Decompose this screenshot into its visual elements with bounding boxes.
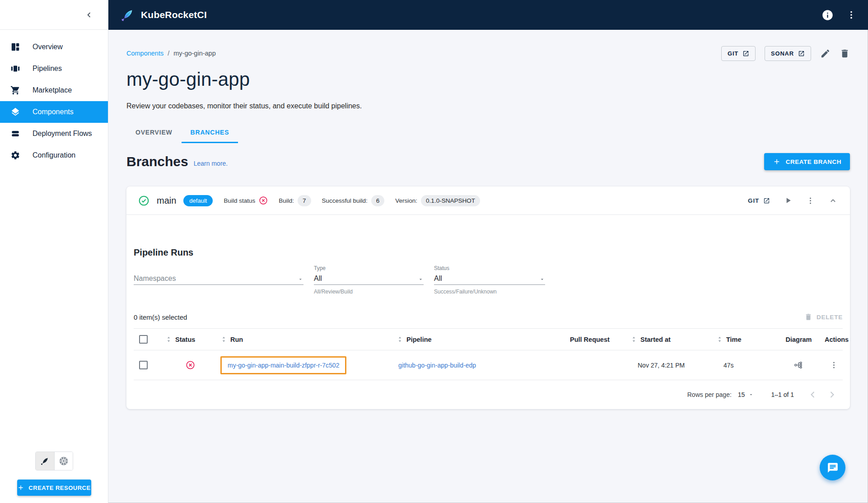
diagram-button[interactable] [793,360,804,370]
branch-kebab-menu[interactable] [806,196,815,205]
layers-icon [10,107,21,117]
app-header: KubeRocketCI [108,0,868,30]
row-checkbox[interactable] [139,361,148,369]
tab-branches[interactable]: BRANCHES [182,122,238,143]
pencil-icon [820,48,831,59]
pipeline-runs-filters: Type All All/Review/Build Status All [134,265,843,295]
branch-card: main default Build status Build: 7 Succe… [126,186,850,409]
chevron-up-icon [828,196,838,205]
selection-row: 0 item(s) selected DELETE [134,313,843,321]
column-header-run[interactable]: Run [215,335,391,343]
branch-git-button[interactable]: GIT [748,197,770,204]
pipeline-run-link[interactable]: my-go-gin-app-main-build-zfppr-r-7c502 [228,362,339,369]
chat-icon [827,462,839,474]
tab-overview[interactable]: OVERVIEW [126,122,182,143]
failed-status-icon [259,196,268,205]
dropdown-caret-icon [418,276,424,282]
namespaces-input[interactable] [134,275,298,283]
page-title: my-go-gin-app [126,69,850,90]
column-header-started-at[interactable]: Started at [630,335,716,343]
kubernetes-view-toggle[interactable] [54,452,73,470]
create-resource-button[interactable]: CREATE RESOURCE [17,480,91,496]
page-content: Components / my-go-gin-app GIT SONAR [108,30,868,503]
feedback-chat-fab[interactable] [820,455,845,480]
git-button[interactable]: GIT [721,46,756,61]
sonar-button[interactable]: SONAR [765,46,811,61]
run-status-cell [165,360,215,370]
branch-accordion-header[interactable]: main default Build status Build: 7 Succe… [126,186,850,214]
sidebar-item-deployment-flows[interactable]: Deployment Flows [0,123,108,144]
column-header-pull-request: Pull Request [563,336,630,343]
status-filter-label: Status [434,265,545,273]
rocket-logo-icon [120,7,135,23]
collapse-branch-button[interactable] [828,196,838,205]
column-header-status[interactable]: Status [165,335,215,343]
run-link-highlight-box: my-go-gin-app-main-build-zfppr-r-7c502 [220,356,346,374]
version-chip: 0.1.0-SNAPSHOT [421,195,480,206]
sidebar-collapse-button[interactable] [82,8,96,22]
started-at-cell: Nov 27, 4:21 PM [630,362,716,369]
pipeline-runs-title: Pipeline Runs [134,215,843,258]
branches-section-header: Branches Learn more. CREATE BRANCH [126,153,850,170]
header-kebab-menu[interactable] [846,10,856,20]
select-all-checkbox[interactable] [139,335,148,344]
breadcrumb: Components / my-go-gin-app [126,50,216,57]
delete-component-button[interactable] [840,48,850,59]
run-name-cell: my-go-gin-app-main-build-zfppr-r-7c502 [215,356,391,374]
status-filter-select[interactable]: All [434,273,545,285]
rows-per-page-select[interactable]: 15 [738,391,754,398]
sidebar-item-label: Marketplace [33,86,72,94]
delete-selected-button[interactable]: DELETE [804,313,843,321]
dropdown-caret-icon [298,276,303,282]
successful-build-label: Successful build: [322,197,368,204]
learn-more-link[interactable]: Learn more. [194,160,228,167]
plus-icon [17,484,24,491]
branch-git-label: GIT [748,197,759,204]
edit-component-button[interactable] [820,48,831,59]
row-kebab-menu[interactable] [830,361,838,369]
pipeline-link[interactable]: github-go-gin-app-build-edp [398,362,476,369]
sort-icon [630,335,637,343]
component-actions: GIT SONAR [721,46,850,61]
branch-summary: main default Build status Build: 7 Succe… [138,195,480,206]
external-link-icon [798,50,805,57]
sidebar-item-components[interactable]: Components [0,101,108,123]
create-branch-button[interactable]: CREATE BRANCH [764,153,850,170]
info-button[interactable] [821,9,834,21]
kuberocketci-view-toggle[interactable] [36,452,54,470]
previous-page-button[interactable] [807,389,818,400]
column-header-pipeline[interactable]: Pipeline [391,335,563,343]
sort-icon [716,335,723,343]
sidebar-item-pipelines[interactable]: Pipelines [0,58,108,79]
breadcrumb-components-link[interactable]: Components [126,50,163,57]
column-header-diagram: Diagram [773,336,825,343]
rows-per-page-label: Rows per page: [687,391,732,398]
page-subtitle: Review your codebases, monitor their sta… [126,102,850,110]
sidebar-footer: CREATE RESOURCE [0,452,108,503]
sidebar-item-label: Pipelines [33,65,62,73]
table-pagination: Rows per page: 15 1–1 of 1 [134,380,843,409]
sonar-button-label: SONAR [771,50,794,57]
column-header-time[interactable]: Time [716,335,773,343]
status-filter: Status All Success/Failure/Unknown [434,265,545,295]
sidebar-item-marketplace[interactable]: Marketplace [0,79,108,101]
git-button-label: GIT [728,50,738,57]
sidebar-item-label: Overview [33,43,63,51]
kebab-icon [846,10,856,20]
trigger-build-button[interactable] [784,196,793,205]
successful-build-count-chip: 6 [371,195,385,206]
sort-icon [165,335,172,343]
sidebar-item-configuration[interactable]: Configuration [0,144,108,166]
type-filter-select[interactable]: All [314,273,424,285]
type-filter-value: All [314,275,322,283]
namespaces-filter-control[interactable] [134,273,303,285]
sidebar-item-overview[interactable]: Overview [0,36,108,58]
create-branch-label: CREATE BRANCH [786,158,841,165]
stacked-bars-icon [10,128,21,139]
type-filter: Type All All/Review/Build [314,265,424,295]
next-page-button[interactable] [826,389,837,400]
pipeline-diagram-icon [793,360,804,370]
chevron-left-icon [84,10,94,20]
info-icon [821,9,834,21]
sort-icon [220,335,227,343]
